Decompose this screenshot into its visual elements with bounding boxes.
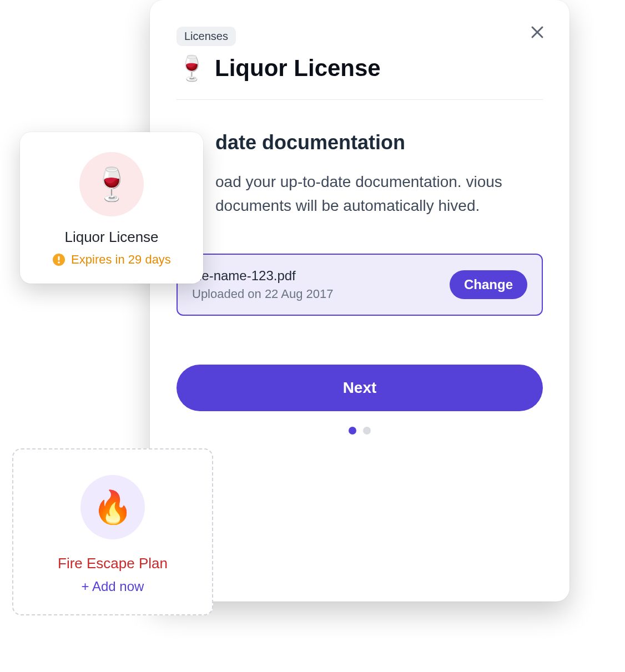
change-file-button[interactable]: Change	[450, 270, 527, 299]
next-button[interactable]: Next	[177, 365, 543, 411]
close-icon	[530, 25, 545, 39]
fire-escape-plan-card[interactable]: 🔥 Fire Escape Plan + Add now	[12, 448, 213, 615]
wine-icon-circle: 🍷	[79, 152, 144, 216]
modal-title: Liquor License	[215, 55, 381, 82]
category-badge: Licenses	[177, 27, 236, 46]
step-dot-1[interactable]	[349, 427, 356, 434]
file-info: file-name-123.pdf Uploaded on 22 Aug 201…	[192, 268, 333, 301]
fire-icon-circle: 🔥	[80, 475, 145, 539]
svg-rect-3	[58, 256, 60, 261]
section-body: oad your up-to-date documentation. vious…	[215, 170, 543, 218]
liquor-license-card[interactable]: 🍷 Liquor License Expires in 29 days	[20, 132, 203, 284]
section-heading: date documentation	[215, 131, 543, 154]
step-indicator	[177, 427, 543, 434]
file-upload-box: file-name-123.pdf Uploaded on 22 Aug 201…	[177, 254, 543, 316]
alert-icon	[52, 253, 65, 266]
breadcrumb: Licenses	[177, 27, 543, 46]
close-button[interactable]	[525, 20, 550, 44]
modal-title-row: 🍷 Liquor License	[177, 54, 543, 100]
add-now-link[interactable]: + Add now	[82, 579, 144, 594]
wine-icon: 🍷	[92, 165, 132, 203]
file-meta: Uploaded on 22 Aug 2017	[192, 287, 333, 301]
expiry-warning: Expires in 29 days	[52, 252, 171, 267]
fire-icon: 🔥	[93, 488, 133, 526]
file-name: file-name-123.pdf	[192, 268, 333, 284]
step-dot-2[interactable]	[363, 427, 371, 434]
svg-point-4	[58, 261, 60, 264]
expiry-text: Expires in 29 days	[71, 252, 171, 267]
card-title: Fire Escape Plan	[58, 555, 168, 572]
card-title: Liquor License	[64, 229, 158, 246]
wine-icon: 🍷	[177, 54, 207, 83]
modal-content: date documentation oad your up-to-date d…	[177, 100, 543, 434]
